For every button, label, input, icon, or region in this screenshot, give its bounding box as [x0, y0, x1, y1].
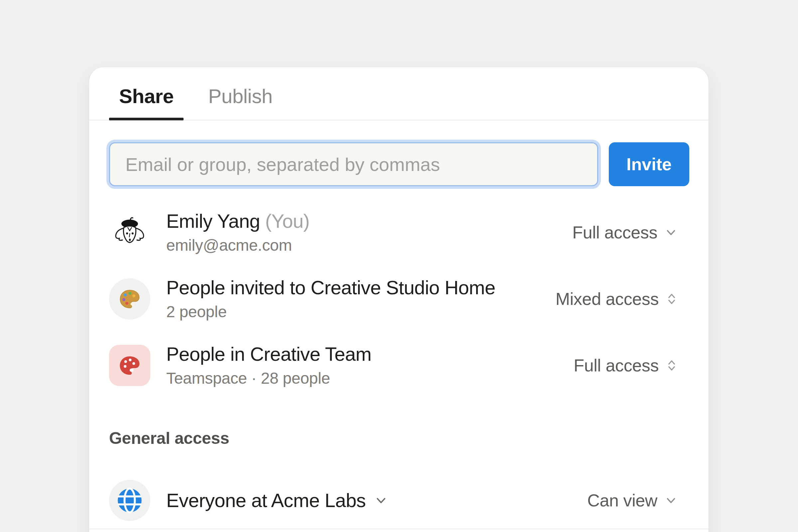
- member-row-emily: Emily Yang (You) emily@acme.com Full acc…: [109, 199, 678, 266]
- access-label: Mixed access: [556, 289, 659, 309]
- member-name-text: Emily Yang: [166, 210, 260, 232]
- access-label: Can view: [587, 491, 657, 510]
- palette-icon: [118, 287, 141, 310]
- chevron-down-icon: [374, 493, 388, 508]
- access-dropdown-emily[interactable]: Full access: [572, 223, 678, 242]
- access-dropdown-creative-team[interactable]: Full access: [573, 356, 678, 375]
- member-info: Emily Yang (You) emily@acme.com: [166, 210, 572, 254]
- member-row-creative-team: People in Creative Team Teamspace · 28 p…: [109, 332, 678, 399]
- member-info: People in Creative Team Teamspace · 28 p…: [166, 343, 573, 387]
- red-palette-teamspace-avatar: [109, 345, 150, 386]
- general-access-row: Everyone at Acme Labs Can view: [109, 467, 678, 532]
- person-doodle-avatar: [109, 212, 150, 253]
- share-dialog: Share Publish Invite: [89, 67, 708, 532]
- invite-button[interactable]: Invite: [609, 142, 689, 186]
- tab-share[interactable]: Share: [109, 87, 184, 120]
- tab-publish[interactable]: Publish: [198, 87, 282, 120]
- member-name: People invited to Creative Studio Home: [166, 277, 556, 298]
- access-dropdown-everyone[interactable]: Can view: [587, 491, 678, 510]
- select-arrows-icon: [665, 291, 678, 307]
- general-access-section: Everyone at Acme Labs Can view: [89, 467, 708, 532]
- member-you-suffix: (You): [265, 210, 310, 232]
- person-doodle-icon: [112, 216, 147, 249]
- chevron-down-icon: [664, 493, 678, 507]
- member-row-invited-group: People invited to Creative Studio Home 2…: [109, 266, 678, 332]
- select-arrows-icon: [665, 357, 678, 374]
- general-access-heading: General access: [109, 429, 689, 448]
- member-count: 2 people: [166, 303, 556, 321]
- member-name: People in Creative Team: [166, 343, 573, 365]
- email-input[interactable]: [109, 142, 598, 186]
- member-teamspace-count: Teamspace · 28 people: [166, 369, 573, 387]
- member-info: People invited to Creative Studio Home 2…: [166, 277, 556, 321]
- general-info: Everyone at Acme Labs: [166, 490, 587, 511]
- member-email: emily@acme.com: [166, 236, 572, 254]
- access-label: Full access: [572, 223, 657, 242]
- member-name: Emily Yang (You): [166, 210, 572, 232]
- dialog-tabs: Share Publish: [89, 67, 708, 120]
- red-palette-icon: [118, 354, 141, 377]
- chevron-down-icon: [664, 225, 678, 240]
- globe-icon: [115, 486, 144, 515]
- workspace-scope-dropdown[interactable]: Everyone at Acme Labs: [166, 490, 587, 511]
- workspace-scope-label: Everyone at Acme Labs: [166, 490, 366, 511]
- access-label: Full access: [573, 356, 659, 375]
- invite-row: Invite: [109, 142, 689, 186]
- palette-emoji-avatar: [109, 278, 150, 320]
- dialog-footer-divider: [89, 529, 708, 529]
- access-dropdown-invited-group[interactable]: Mixed access: [556, 289, 678, 309]
- member-list: Emily Yang (You) emily@acme.com Full acc…: [89, 199, 708, 399]
- globe-avatar: [109, 480, 150, 521]
